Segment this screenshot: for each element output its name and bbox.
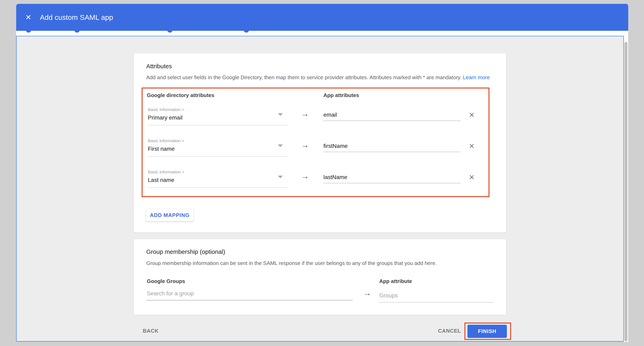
add-mapping-button[interactable]: ADD MAPPING xyxy=(146,209,194,221)
scrollbar-thumb[interactable] xyxy=(624,42,628,341)
group-card-title: Group membership (optional) xyxy=(146,248,225,255)
mapping-row: Basic Information > First name → ✕ xyxy=(147,137,482,167)
directory-attribute-select[interactable]: Primary email xyxy=(148,114,182,121)
select-underline xyxy=(148,125,288,125)
group-membership-card: Group membership (optional) Group member… xyxy=(134,239,506,315)
app-attribute-input[interactable] xyxy=(323,112,460,121)
app-attribute-label: App attribute xyxy=(379,278,412,284)
dropdown-caret-icon xyxy=(278,144,283,147)
select-underline xyxy=(148,187,288,188)
finish-button[interactable]: FINISH xyxy=(468,325,507,338)
directory-attribute-select[interactable]: Last name xyxy=(148,177,174,183)
remove-mapping-icon[interactable]: ✕ xyxy=(469,111,475,119)
dropdown-caret-icon xyxy=(278,176,283,178)
arrow-right-icon: → xyxy=(301,171,309,181)
select-underline xyxy=(148,156,288,156)
dialog-title: Add custom SAML app xyxy=(40,13,113,22)
mapping-row: Basic Information > Last name → ✕ xyxy=(147,168,482,198)
app-attributes-column-label: App attributes xyxy=(324,92,359,98)
directory-attribute-select[interactable]: First name xyxy=(148,146,174,152)
directory-attribute-category: Basic Information > xyxy=(148,107,184,112)
remove-mapping-icon[interactable]: ✕ xyxy=(469,173,475,181)
mapping-row: Basic Information > Primary email → ✕ xyxy=(147,106,482,136)
app-attribute-input[interactable] xyxy=(323,143,460,152)
group-search-input[interactable] xyxy=(146,290,353,300)
arrow-right-icon: → xyxy=(301,109,309,118)
attributes-card-title: Attributes xyxy=(146,63,172,70)
directory-attributes-column-label: Google directory attributes xyxy=(147,92,214,98)
close-icon[interactable]: ✕ xyxy=(25,14,31,21)
google-groups-label: Google Groups xyxy=(147,278,185,284)
app-attribute-input[interactable] xyxy=(323,174,460,183)
learn-more-link[interactable]: Learn more xyxy=(463,74,490,80)
attributes-description-text: Add and select user fields in the Google… xyxy=(146,74,461,80)
dropdown-caret-icon xyxy=(278,113,283,116)
attributes-card: Attributes Add and select user fields in… xyxy=(134,53,506,233)
directory-attribute-category: Basic Information > xyxy=(148,138,184,143)
remove-mapping-icon[interactable]: ✕ xyxy=(469,142,475,150)
attributes-card-description: Add and select user fields in the Google… xyxy=(146,74,490,81)
header-underlay xyxy=(16,31,628,36)
arrow-right-icon: → xyxy=(363,288,371,298)
group-app-attribute-input[interactable] xyxy=(379,292,494,302)
cancel-button[interactable]: CANCEL xyxy=(438,328,461,334)
back-button[interactable]: BACK xyxy=(143,328,158,334)
group-card-description: Group membership information can be sent… xyxy=(146,260,437,266)
arrow-right-icon: → xyxy=(301,140,309,149)
directory-attribute-category: Basic Information > xyxy=(148,169,184,175)
dialog-header: ✕ Add custom SAML app xyxy=(16,4,628,31)
